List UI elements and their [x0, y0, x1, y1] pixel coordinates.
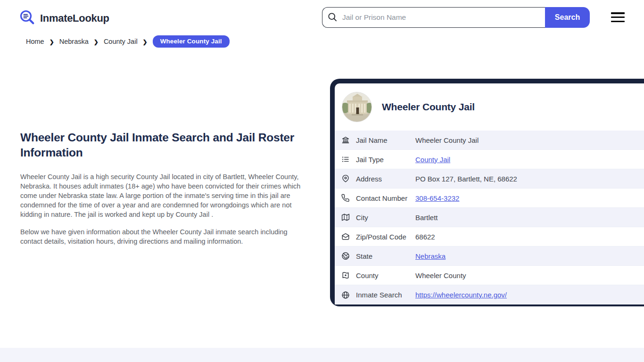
- breadcrumb: Home ❯ Nebraska ❯ County Jail ❯ Wheeler …: [26, 35, 230, 48]
- county-icon: [341, 271, 350, 280]
- row-label: Jail Type: [356, 156, 415, 164]
- search-icon: [328, 12, 338, 22]
- table-row: Jail TypeCounty Jail: [335, 150, 644, 169]
- jail-photo: [342, 92, 372, 122]
- site-logo[interactable]: InmateLookup: [19, 9, 109, 28]
- chevron-right-icon: ❯: [94, 39, 99, 45]
- footer-strip: [0, 348, 644, 362]
- table-row: CountyWheeler County: [335, 266, 644, 285]
- bank-icon: [341, 136, 350, 144]
- row-value: Wheeler County Jail: [415, 136, 479, 144]
- table-row: AddressPO Box 127, Bartlett, NE, 68622: [335, 169, 644, 189]
- magnifier-logo-icon: [19, 9, 36, 28]
- info-table: Jail NameWheeler County JailJail TypeCou…: [335, 131, 644, 304]
- breadcrumb-county-jail[interactable]: County Jail: [104, 38, 138, 45]
- row-label: County: [356, 272, 415, 280]
- page-title: Wheeler County Jail Inmate Search and Ja…: [20, 130, 303, 160]
- row-label: Address: [356, 175, 415, 183]
- table-row: CityBartlett: [335, 208, 644, 227]
- row-label: Zip/Postal Code: [356, 233, 415, 241]
- table-row: StateNebraska: [335, 247, 644, 266]
- row-label: State: [356, 252, 415, 260]
- list-icon: [341, 155, 350, 164]
- row-value: Bartlett: [415, 214, 438, 222]
- row-label: Contact Number: [356, 194, 415, 202]
- phone-icon: [341, 194, 350, 202]
- search-input[interactable]: [322, 7, 545, 28]
- row-label: City: [356, 214, 415, 222]
- logo-wordmark: InmateLookup: [40, 12, 109, 25]
- map-pin-icon: [341, 174, 350, 183]
- table-row: Jail NameWheeler County Jail: [335, 131, 644, 150]
- row-value: PO Box 127, Bartlett, NE, 68622: [415, 175, 517, 183]
- jail-search-bar: Search: [322, 7, 590, 28]
- row-value: 68622: [415, 233, 435, 241]
- row-value[interactable]: Nebraska: [415, 252, 446, 260]
- table-row: Contact Number308-654-3232: [335, 189, 644, 208]
- chevron-right-icon: ❯: [50, 39, 54, 45]
- map-icon: [341, 213, 350, 222]
- article-paragraph: Below we have given information about th…: [20, 227, 303, 246]
- row-value[interactable]: 308-654-3232: [415, 194, 459, 202]
- table-row: Zip/Postal Code68622: [335, 227, 644, 247]
- table-row: Inmate Searchhttps://wheelercounty.ne.go…: [335, 285, 644, 304]
- jail-info-card: Wheeler County Jail Jail NameWheeler Cou…: [330, 79, 644, 306]
- card-header: Wheeler County Jail: [335, 83, 644, 131]
- article: Wheeler County Jail Inmate Search and Ja…: [20, 130, 303, 254]
- row-label: Inmate Search: [356, 291, 415, 299]
- breadcrumb-current-badge: Wheeler County Jail: [153, 35, 230, 48]
- earth-icon: [341, 252, 350, 260]
- search-button[interactable]: Search: [545, 7, 590, 28]
- row-label: Jail Name: [356, 136, 415, 144]
- card-title: Wheeler County Jail: [382, 101, 475, 113]
- article-paragraph: Wheeler County Jail is a high security C…: [20, 172, 303, 219]
- mail-icon: [341, 232, 350, 241]
- row-value: Wheeler County: [415, 272, 466, 280]
- hamburger-menu-icon[interactable]: [611, 12, 625, 22]
- chevron-right-icon: ❯: [143, 39, 148, 45]
- row-value[interactable]: https://wheelercounty.ne.gov/: [415, 291, 507, 299]
- row-value[interactable]: County Jail: [415, 156, 450, 164]
- breadcrumb-home[interactable]: Home: [26, 38, 44, 45]
- globe-icon: [341, 291, 350, 299]
- breadcrumb-nebraska[interactable]: Nebraska: [59, 38, 89, 45]
